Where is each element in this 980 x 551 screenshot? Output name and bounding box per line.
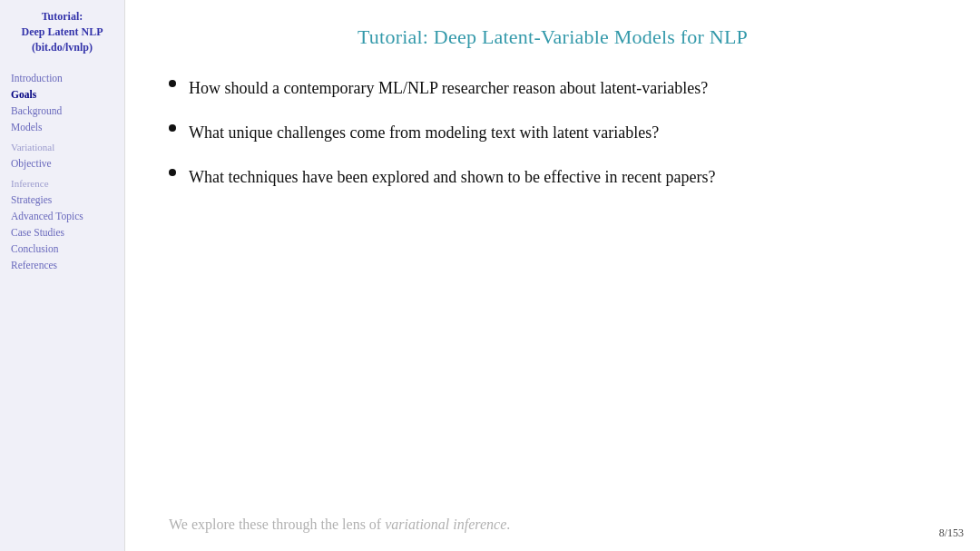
sidebar-item-inference[interactable]: Inference	[7, 176, 124, 191]
sidebar-title-line2: Deep Latent NLP	[22, 25, 103, 38]
bullet-item-3: What techniques have been explored and s…	[169, 165, 936, 190]
bullet-text-3: What techniques have been explored and s…	[189, 165, 715, 190]
bullet-text-2: What unique challenges come from modelin…	[189, 121, 659, 145]
bullet-text-1: How should a contemporary ML/NLP researc…	[189, 76, 708, 101]
sidebar-item-case-studies[interactable]: Case Studies	[7, 225, 124, 240]
bullet-dot-3	[169, 169, 176, 176]
sidebar-item-strategies[interactable]: Strategies	[7, 192, 124, 207]
footer-text: We explore these through the lens of var…	[169, 517, 936, 533]
footer-italic: variational inference	[385, 517, 506, 532]
sidebar-title-line3: (bit.do/lvnlp)	[32, 41, 93, 54]
page-number: 8/153	[939, 526, 964, 540]
sidebar-nav: IntroductionGoalsBackgroundModelsVariati…	[0, 71, 124, 272]
footer-plain: We explore these through the lens of	[169, 517, 385, 532]
sidebar: Tutorial: Deep Latent NLP (bit.do/lvnlp)…	[0, 0, 125, 551]
sidebar-item-background[interactable]: Background	[7, 103, 124, 118]
bullet-dot-1	[169, 80, 176, 87]
sidebar-item-conclusion[interactable]: Conclusion	[7, 241, 124, 256]
main-content: Tutorial: Deep Latent-Variable Models fo…	[125, 0, 980, 551]
sidebar-item-variational[interactable]: Variational	[7, 140, 124, 154]
bullet-item-2: What unique challenges come from modelin…	[169, 121, 936, 145]
footer-end: .	[506, 517, 510, 532]
sidebar-item-objective[interactable]: Objective	[7, 156, 124, 171]
sidebar-item-introduction[interactable]: Introduction	[7, 71, 124, 85]
bullet-dot-2	[169, 124, 176, 132]
sidebar-item-models[interactable]: Models	[7, 120, 124, 134]
slide-title: Tutorial: Deep Latent-Variable Models fo…	[169, 25, 936, 49]
sidebar-title: Tutorial: Deep Latent NLP (bit.do/lvnlp)	[16, 9, 109, 54]
bullet-list: How should a contemporary ML/NLP researc…	[169, 76, 936, 498]
sidebar-item-advanced-topics[interactable]: Advanced Topics	[7, 209, 124, 223]
sidebar-title-line1: Tutorial:	[42, 10, 83, 23]
bullet-item-1: How should a contemporary ML/NLP researc…	[169, 76, 936, 101]
sidebar-item-references[interactable]: References	[7, 258, 124, 272]
sidebar-item-goals[interactable]: Goals	[7, 87, 124, 102]
